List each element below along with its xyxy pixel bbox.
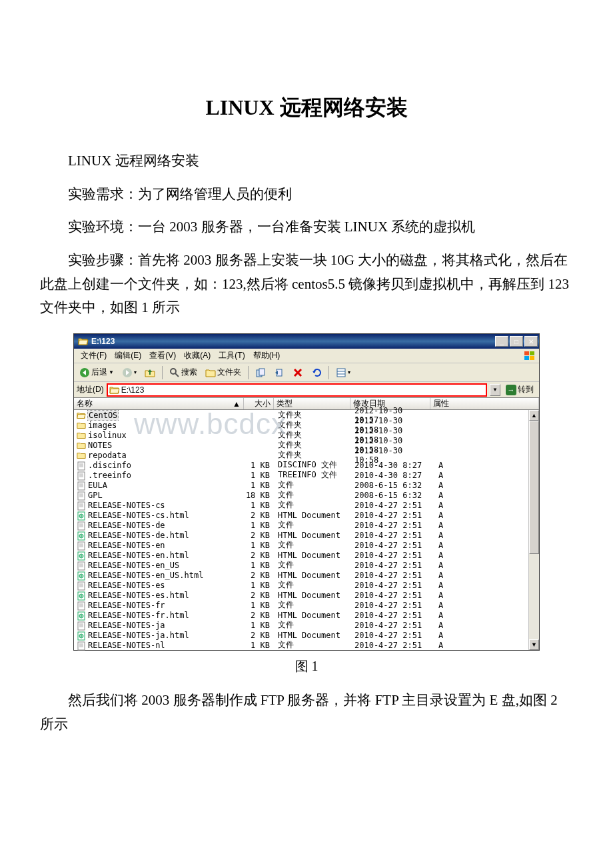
back-button[interactable]: 后退 ▼ [77,365,117,379]
table-row[interactable]: RELEASE-NOTES-fr1 KB文件2010-4-27 2:51A [74,600,539,610]
table-row[interactable]: RELEASE-NOTES-ja1 KB文件2010-4-27 2:51A [74,620,539,630]
table-row[interactable]: RELEASE-NOTES-cs.html2 KBHTML Document20… [74,510,539,520]
file-size: 1 KB [244,501,274,510]
file-size: 1 KB [244,481,274,490]
file-date: 2010-4-27 2:51 [350,531,430,540]
file-name: RELEASE-NOTES-fr.html [88,611,189,620]
table-row[interactable]: RELEASE-NOTES-de1 KB文件2010-4-27 2:51A [74,520,539,530]
back-label: 后退 [91,367,107,378]
file-size: 2 KB [244,511,274,520]
svg-rect-42 [78,542,85,550]
file-name: .discinfo [88,461,131,470]
paragraph-1: LINUX 远程网络安装 [40,149,573,173]
table-row[interactable]: RELEASE-NOTES-cs1 KB文件2010-4-27 2:51A [74,500,539,510]
maximize-button[interactable]: □ [510,336,523,347]
file-date: 2010-4-27 2:51 [350,641,430,650]
address-input[interactable]: E:\123 [107,383,487,397]
file-type: 文件 [274,519,350,531]
table-row[interactable]: CentOS文件夹2012-10-30 10:57 [74,410,539,420]
folder-open-icon [77,411,86,419]
file-name: RELEASE-NOTES-ja [88,621,165,630]
folders-button[interactable]: 文件夹 [203,365,244,379]
move-to-button[interactable] [271,366,287,379]
address-dropdown[interactable]: ▼ [490,384,500,396]
menu-bar: 文件(F) 编辑(E) 查看(V) 收藏(A) 工具(T) 帮助(H) [74,349,539,363]
folder-icon [77,441,86,449]
file-date: 2010-4-27 2:51 [350,551,430,560]
up-button[interactable] [142,366,158,379]
menu-favorites[interactable]: 收藏(A) [180,349,215,363]
column-type[interactable]: 类型 [274,398,350,409]
file-size: 2 KB [244,531,274,540]
file-name: isolinux [88,431,127,440]
column-attr[interactable]: 属性 [430,398,539,409]
undo-button[interactable] [308,366,324,379]
scroll-thumb[interactable] [529,421,539,554]
forward-icon [122,367,133,378]
menu-help[interactable]: 帮助(H) [249,349,285,363]
close-button[interactable]: ✕ [524,336,538,347]
scroll-down-button[interactable]: ▼ [529,639,539,650]
file-date: 2010-4-27 2:51 [350,601,430,610]
svg-rect-3 [530,356,534,360]
table-row[interactable]: RELEASE-NOTES-es1 KB文件2010-4-27 2:51A [74,580,539,590]
search-button[interactable]: 搜索 [167,365,200,379]
file-date: 2010-4-27 2:51 [350,621,430,630]
table-row[interactable]: RELEASE-NOTES-fr.html2 KBHTML Document20… [74,610,539,620]
vertical-scrollbar[interactable]: ▲ ▼ [528,410,539,650]
table-row[interactable]: RELEASE-NOTES-en.html2 KBHTML Document20… [74,550,539,560]
file-name: RELEASE-NOTES-en.html [88,551,189,560]
forward-button[interactable]: ▾ [119,366,139,379]
file-attr: A [430,621,539,630]
file-size: 1 KB [244,561,274,570]
table-row[interactable]: RELEASE-NOTES-en_US.html2 KBHTML Documen… [74,570,539,580]
file-type: 文件 [274,499,350,511]
table-row[interactable]: RELEASE-NOTES-en1 KB文件2010-4-27 2:51A [74,540,539,550]
menu-view[interactable]: 查看(V) [145,349,180,363]
menu-edit[interactable]: 编辑(E) [111,349,145,363]
column-size[interactable]: 大小 [244,398,274,409]
delete-button[interactable] [290,366,306,379]
file-icon [77,581,86,589]
scroll-up-button[interactable]: ▲ [529,410,539,421]
table-row[interactable]: RELEASE-NOTES-es.html2 KBHTML Document20… [74,590,539,600]
table-row[interactable]: NOTES文件夹2012-10-30 10:58 [74,440,539,450]
views-button[interactable]: ▾ [333,366,353,379]
address-label: 地址(D) [77,384,104,395]
table-row[interactable]: images文件夹2012-10-30 10:58 [74,420,539,430]
table-row[interactable]: repodata文件夹2012-10-30 10:58 [74,450,539,460]
minimize-button[interactable]: _ [495,336,508,347]
paragraph-2: 实验需求：为了网络管理人员的便利 [40,183,573,207]
file-name: RELEASE-NOTES-ja.html [88,631,189,640]
folders-label: 文件夹 [217,367,241,378]
file-icon [77,541,86,549]
table-row[interactable]: RELEASE-NOTES-en_US1 KB文件2010-4-27 2:51A [74,560,539,570]
file-attr: A [430,511,539,520]
file-attr: A [430,521,539,530]
file-name: .treeinfo [88,471,131,480]
file-attr: A [430,491,539,500]
column-name[interactable]: 名称 ▲ [74,398,244,409]
file-type: HTML Document [274,551,350,560]
copy-to-button[interactable] [253,366,269,379]
menu-file[interactable]: 文件(F) [77,349,111,363]
file-size: 2 KB [244,551,274,560]
file-size: 1 KB [244,521,274,530]
table-row[interactable]: .discinfo1 KBDISCINFO 文件2010-4-30 8:27A [74,460,539,470]
menu-tools[interactable]: 工具(T) [215,349,249,363]
go-button[interactable]: → 转到 [503,384,536,395]
paragraph-3: 实验环境：一台 2003 服务器，一台准备安装 LINUX 系统的虚拟机 [40,215,573,239]
window-title: E:\123 [91,337,495,346]
table-row[interactable]: .treeinfo1 KBTREEINFO 文件2010-4-30 8:27A [74,470,539,480]
table-row[interactable]: RELEASE-NOTES-ja.html2 KBHTML Document20… [74,630,539,640]
table-row[interactable]: isolinux文件夹2012-10-30 10:58 [74,430,539,440]
table-row[interactable]: RELEASE-NOTES-nl1 KB文件2010-4-27 2:51A [74,640,539,650]
file-type: 文件 [274,539,350,551]
file-size: 18 KB [244,491,274,500]
file-name: RELEASE-NOTES-en_US [88,561,179,570]
file-name: repodata [88,451,127,460]
table-row[interactable]: GPL18 KB文件2008-6-15 6:32A [74,490,539,500]
table-row[interactable]: EULA1 KB文件2008-6-15 6:32A [74,480,539,490]
table-row[interactable]: RELEASE-NOTES-de.html2 KBHTML Document20… [74,530,539,540]
file-size: 1 KB [244,601,274,610]
